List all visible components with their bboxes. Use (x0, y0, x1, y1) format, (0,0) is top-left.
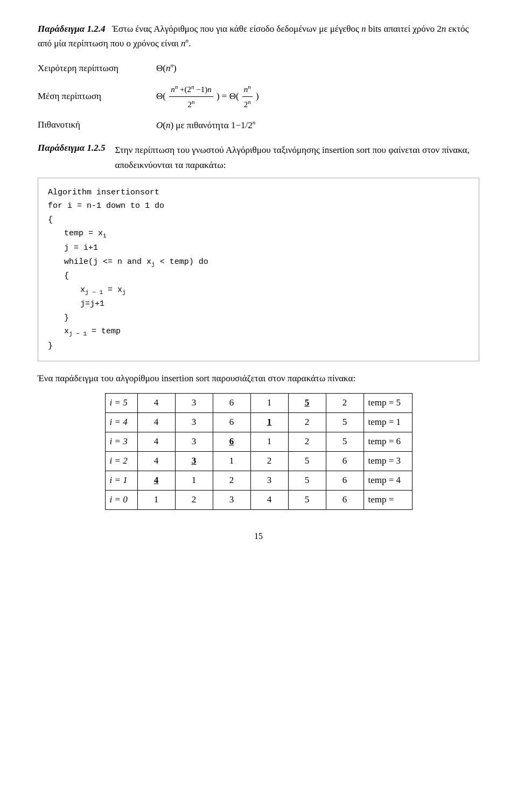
code-line-7: { (64, 269, 469, 283)
page-number: 15 (38, 531, 479, 541)
example-125-text: Στην περίπτωση του γνωστού Αλγόριθμου τα… (115, 143, 479, 172)
cell: 6 (213, 393, 250, 412)
worst-case-label: Χειρότερη περίπτωση (38, 61, 156, 76)
sort-table: i = 5 4 3 6 1 5 2 temp = 5 i = 4 4 3 6 1… (105, 393, 413, 510)
cell: 3 (175, 412, 213, 432)
cell: 5 (288, 490, 326, 509)
code-line-3: { (48, 213, 469, 227)
cell-underlined: 4 (137, 471, 175, 490)
code-line-2: for i = n-1 down to 1 do (48, 199, 469, 213)
cell: 4 (137, 393, 175, 412)
cell: 1 (137, 490, 175, 509)
worst-case-formula: Θ(nn) (156, 60, 177, 76)
table-row: i = 5 4 3 6 1 5 2 temp = 5 (105, 393, 412, 412)
table-row: i = 1 4 1 2 3 5 6 temp = 4 (105, 471, 412, 490)
cell: 6 (326, 451, 364, 471)
after-code-text: Ένα παράδειγμα του αλγορίθμου insertion … (38, 371, 479, 386)
intro-paragraph: Παράδειγμα 1.2.4 Έστω ένας Αλγόριθμος πο… (38, 22, 479, 51)
code-line-12: } (48, 339, 469, 353)
avg-case-label: Μέση περίπτωση (38, 89, 156, 104)
row-i-label: i = 2 (105, 451, 137, 471)
code-line-5: j = i+1 (64, 241, 469, 255)
cell-underlined: 6 (213, 432, 250, 451)
cell-underlined: 1 (250, 412, 288, 432)
avg-case-row: Μέση περίπτωση Θ( nn +(2n −1)n 2n ) = Θ(… (38, 82, 479, 112)
code-line-8: xj − 1 = xj (80, 283, 469, 298)
code-block: Algorithm insertionsort for i = n-1 down… (38, 178, 479, 361)
cell: 2 (288, 412, 326, 432)
example-label-125: Παράδειγμα 1.2.5 (38, 143, 105, 153)
code-line-4: temp = xi (64, 227, 469, 241)
prob-case-row: Πιθανοτική O(n) με πιθανότητα 1−1/2n (38, 117, 479, 134)
cell: 3 (175, 432, 213, 451)
avg-case-formula: Θ( nn +(2n −1)n 2n ) = Θ( nn 2n ) (156, 82, 259, 112)
cell: 4 (137, 412, 175, 432)
temp-cell: temp = 5 (364, 393, 412, 412)
worst-case-row: Χειρότερη περίπτωση Θ(nn) (38, 60, 479, 76)
table-row: i = 0 1 2 3 4 5 6 temp = (105, 490, 412, 509)
cell: 3 (250, 471, 288, 490)
cell: 1 (250, 393, 288, 412)
code-line-11: xj − 1 = temp (64, 325, 469, 339)
prob-case-label: Πιθανοτική (38, 117, 156, 133)
table-row: i = 2 4 3 1 2 5 6 temp = 3 (105, 451, 412, 471)
cell: 4 (137, 432, 175, 451)
cell: 4 (250, 490, 288, 509)
row-i-label: i = 0 (105, 490, 137, 509)
cell: 1 (175, 471, 213, 490)
cell: 6 (213, 412, 250, 432)
row-i-label: i = 1 (105, 471, 137, 490)
cell: 4 (137, 451, 175, 471)
cell: 5 (326, 412, 364, 432)
temp-cell: temp = 6 (364, 432, 412, 451)
cell: 2 (175, 490, 213, 509)
code-line-9: j=j+1 (80, 297, 469, 311)
code-line-10: } (64, 311, 469, 325)
cell: 6 (326, 471, 364, 490)
prob-case-formula: O(n) με πιθανότητα 1−1/2n (156, 117, 255, 134)
cell-underlined: 5 (288, 393, 326, 412)
cell: 5 (288, 451, 326, 471)
cell: 2 (250, 451, 288, 471)
cell: 5 (326, 432, 364, 451)
cell-underlined: 3 (175, 451, 213, 471)
table-row: i = 4 4 3 6 1 2 5 temp = 1 (105, 412, 412, 432)
complexity-table: Χειρότερη περίπτωση Θ(nn) Μέση περίπτωση… (38, 60, 479, 133)
temp-cell: temp = 1 (364, 412, 412, 432)
code-line-1: Algorithm insertionsort (48, 186, 469, 200)
row-i-label: i = 3 (105, 432, 137, 451)
example-125-heading: Παράδειγμα 1.2.5 Στην περίπτωση του γνωσ… (38, 143, 479, 172)
cell: 2 (288, 432, 326, 451)
cell: 2 (213, 471, 250, 490)
row-i-label: i = 4 (105, 412, 137, 432)
cell: 5 (288, 471, 326, 490)
row-i-label: i = 5 (105, 393, 137, 412)
cell: 6 (326, 490, 364, 509)
cell: 1 (250, 432, 288, 451)
example-label-124: Παράδειγμα 1.2.4 (38, 24, 105, 34)
temp-cell: temp = 4 (364, 471, 412, 490)
cell: 2 (326, 393, 364, 412)
cell: 1 (213, 451, 250, 471)
code-line-6: while(j <= n and xj < temp) do (64, 255, 469, 270)
temp-cell: temp = (364, 490, 412, 509)
cell: 3 (175, 393, 213, 412)
temp-cell: temp = 3 (364, 451, 412, 471)
cell: 3 (213, 490, 250, 509)
table-row: i = 3 4 3 6 1 2 5 temp = 6 (105, 432, 412, 451)
